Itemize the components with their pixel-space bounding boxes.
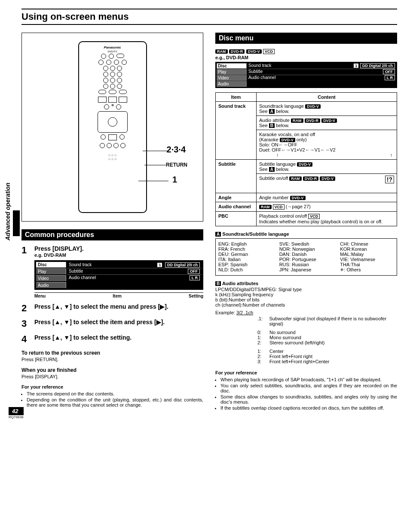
page-title: Using on-screen menus (21, 9, 397, 22)
step-4-num: 4 (21, 334, 30, 345)
step-1-sub: e.g. DVD-RAM (34, 252, 203, 258)
return-head: To return to the previous screen (21, 350, 203, 356)
osd-column-labels: Menu Item Setting (34, 292, 203, 298)
step-1-num: 1 (21, 245, 30, 256)
disc-eg: e.g., DVD-RAM (215, 55, 397, 60)
step-2-num: 2 (21, 303, 30, 314)
disc-menu-heading: Disc menu (215, 33, 397, 44)
step-1-text: Press [DISPLAY]. (34, 245, 203, 252)
side-margin-block (13, 210, 20, 236)
language-table: ENG: EnglishFRA: French DEU: GermanITA: … (215, 238, 397, 276)
title-rule (21, 24, 397, 25)
disc-badges: RAM DVD-R DVD-V VCD (215, 48, 397, 54)
step-3-num: 3 (21, 318, 30, 329)
step-3-text: Press [▲, ▼] to select the item and pres… (34, 318, 165, 326)
ref-head-right: For your reference (215, 370, 397, 375)
finish-head: When you are finished (21, 367, 203, 373)
callout-return: RETURN (166, 162, 187, 168)
ref-list-right: When playing back recordings of SAP broa… (215, 377, 397, 410)
step-2-text: Press [▲, ▼] to select the menu and pres… (34, 303, 168, 310)
callout-1: 1 (172, 175, 177, 185)
common-procedures-heading: Common procedures (21, 229, 203, 240)
callout-234: 2·3·4 (167, 145, 186, 155)
lang-head: A Soundtrack/Subtitle language (215, 231, 397, 237)
disc-content-table: ItemContent Sound track Soundtrack langu… (215, 92, 397, 226)
finish-body: Press [DISPLAY]. (21, 374, 203, 379)
remote-diagram: Panasonic DVD/TV ○ ○ ○○ ○ ○ 2·3·4 RET (21, 33, 203, 222)
rqt-code: RQT6636 (9, 415, 24, 419)
return-body: Press [RETURN]. (21, 357, 203, 362)
page-number-box: 42 RQT6636 (9, 407, 24, 419)
ref-head-left: For your reference (21, 384, 203, 389)
osd-menu-preview: Disc Sound track 1 DD Digital 2/0 ch Sub… (34, 260, 203, 290)
side-section-label: Advanced operation (4, 182, 11, 240)
remote-brand: Panasonic (104, 46, 121, 49)
page-number: 42 (9, 407, 24, 415)
example-block: Example: 3/2 .1ch .1:Subwoofer signal (n… (215, 310, 397, 364)
remote-outline: Panasonic DVD/TV ○ ○ ○○ ○ ○ (78, 41, 147, 213)
ref-list-left: The screens depend on the disc contents.… (21, 391, 203, 407)
question-icon: !? (385, 176, 394, 183)
attr-list: LPCM/DDDigital/DTS/MPEG: Signal type k (… (215, 287, 397, 307)
disc-osd-preview: Disc Play Video Audio Sound track1 DD Di… (215, 62, 397, 88)
step-4-text: Press [▲, ▼] to select the setting. (34, 334, 132, 341)
attr-head: B Audio attributes (215, 281, 397, 286)
